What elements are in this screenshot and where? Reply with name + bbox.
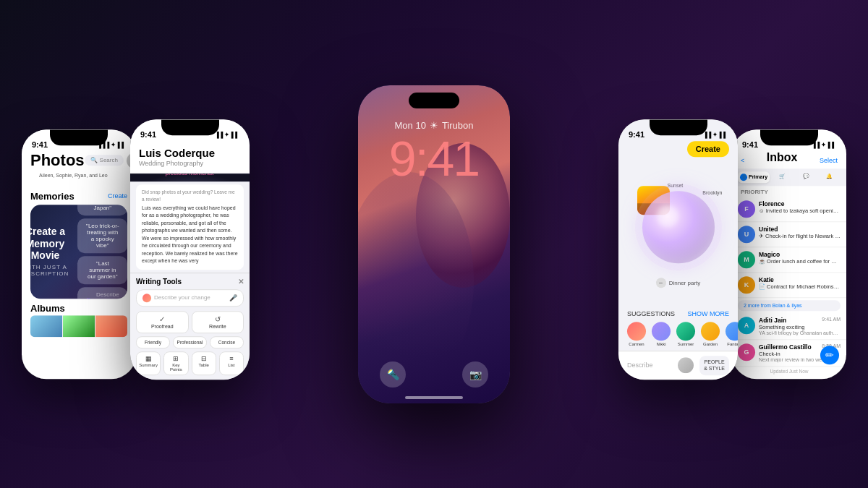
people-tags: Aileen, Sophie, Ryan, and Leo	[39, 173, 108, 178]
photos-search[interactable]: 🔍 Search	[85, 155, 124, 166]
memory-describe-input[interactable]: 🔮 Describe a Memory...	[77, 287, 127, 299]
mail-priority-label: PRIORITY	[732, 186, 846, 197]
memory-chip-2[interactable]: "Leo trick-or-treating with a spooky vib…	[77, 218, 127, 253]
mail-item-aditi[interactable]: A Aditi Jain 9:41 AM Something exciting …	[732, 313, 846, 340]
mail-avatar-katie: K	[738, 276, 755, 294]
albums-section: Albums	[22, 299, 136, 315]
avatar-nikki[interactable]: Nikki	[652, 322, 671, 347]
proofread-btn[interactable]: ✓ Proofread	[136, 311, 189, 333]
list-icon: ≡	[221, 355, 242, 362]
flashlight-btn[interactable]: 🔦	[380, 361, 406, 388]
pg-people-style-btn[interactable]: PEOPLE & STYLE	[699, 356, 729, 375]
notch-wt	[161, 119, 219, 135]
rewrite-btn[interactable]: ↺ Rewrite	[192, 311, 244, 333]
wt-mic-icon[interactable]: 🎤	[229, 294, 237, 301]
mail-screen: 9:41 ▐▐ ✦ ▌▌ < Inbox Select 👤 Primary 🛒 …	[732, 129, 846, 379]
wt-describe-input[interactable]: Describe your change 🎤	[136, 289, 244, 307]
mail-sender-florence: Florence	[759, 200, 841, 207]
wt-review-text: Did snap photos at your wedding? Leave m…	[136, 184, 244, 270]
mail-subject-aditi: Something exciting	[759, 324, 841, 330]
mail-item-united[interactable]: U United ✈ Check-in for flight to Newark…	[732, 222, 846, 247]
table-btn[interactable]: ⊟ Table	[192, 351, 216, 375]
mail-sender-magico: Magico	[759, 251, 841, 258]
mail-tab-notifications[interactable]: 🔔	[818, 171, 841, 183]
pg-image-area: Sunset Brooklyn	[631, 181, 726, 275]
memory-chip-1[interactable]: "Everything we ate in Japan"	[77, 205, 127, 216]
notch-mail	[760, 129, 818, 145]
pg-describe-row: Describe PEOPLE & STYLE	[618, 351, 738, 380]
mail-subject-florence: ☺ Invited to Izakaya soft opening by Flo…	[759, 207, 841, 214]
photos-screen: 9:41 ▐▐▐ ✦ ▌▌ Photos 🔍 Search	[22, 129, 136, 379]
show-more-btn[interactable]: SHOW MORE	[688, 311, 730, 318]
create-memories-btn[interactable]: Create	[108, 192, 127, 200]
key-points-icon: ⊞	[166, 355, 186, 362]
mail-item-florence[interactable]: F Florence ☺ Invited to Izakaya soft ope…	[732, 197, 846, 222]
memory-orb-icon: 🔮	[85, 298, 92, 299]
friendly-btn[interactable]: Friendly	[136, 336, 170, 348]
search-icon: 🔍	[90, 157, 98, 163]
pg-describe-input[interactable]: Describe	[627, 362, 672, 369]
lock-bottom-icons: 🔦 📷	[358, 361, 510, 388]
avatar-summer[interactable]: Summer	[676, 322, 695, 347]
mail-more-btn[interactable]: 2 more from Bolan & Ilyas	[738, 300, 841, 311]
summary-btn[interactable]: ▦ Summary	[136, 351, 161, 375]
summary-icon: ▦	[138, 355, 158, 362]
orb-highlight	[657, 206, 678, 228]
memories-card[interactable]: Create a Memory Movie WITH JUST A DESCRI…	[30, 205, 127, 299]
mail-sender-guillermo: Guillermo Castillo	[759, 343, 812, 351]
wt-close-btn[interactable]: ✕	[238, 278, 244, 286]
camera-icon: 📷	[469, 369, 482, 380]
wt-input-placeholder: Describe your change	[154, 294, 226, 301]
avatar-summer-img	[676, 322, 695, 341]
mail-item-katie[interactable]: K Katie 📄 Contract for Michael Robinson'…	[732, 273, 846, 298]
concise-btn[interactable]: Concise	[210, 336, 244, 348]
mail-select-btn[interactable]: Select	[820, 157, 838, 164]
album-thumbnails	[30, 315, 127, 337]
status-icons-mail: ▐▐ ✦ ▌▌	[812, 142, 836, 148]
mail-subject-magico: ☕ Order lunch and coffee for Neeta's 12 …	[759, 258, 841, 265]
primary-tab-icon: 👤	[740, 174, 747, 181]
phone-mail: 9:41 ▐▐ ✦ ▌▌ < Inbox Select 👤 Primary 🛒 …	[732, 129, 846, 379]
phone-writing-tools: 9:41 ▐▐ ✦ ▌▌ Luis Coderque Wedding Photo…	[130, 119, 250, 380]
mail-time-aditi: 9:41 AM	[822, 317, 841, 324]
wt-input-orb	[142, 294, 151, 302]
pg-suggestions: SUGGESTIONS SHOW MORE Carmen Nikki	[618, 307, 738, 351]
mail-item-magico[interactable]: M Magico ☕ Order lunch and coffee for Ne…	[732, 247, 846, 273]
key-points-btn[interactable]: ⊞ Key Points	[163, 351, 188, 375]
mail-subject-united: ✈ Check-in for flight to Newark EWR from…	[759, 233, 841, 239]
camera-btn[interactable]: 📷	[462, 361, 488, 388]
avatar-nikki-label: Nikki	[657, 343, 666, 347]
mail-content-magico: Magico ☕ Order lunch and coffee for Neet…	[759, 251, 841, 265]
avatar-fantasy[interactable]: Fantasy	[726, 322, 738, 347]
mail-content-aditi: Aditi Jain 9:41 AM Something exciting YA…	[759, 317, 841, 335]
mail-avatar-florence: F	[738, 200, 755, 218]
list-btn[interactable]: ≡ List	[219, 351, 244, 375]
tagline-line2: precious moments.	[166, 174, 215, 176]
memories-suggestions: "Everything we ate in Japan" "Leo trick-…	[69, 205, 127, 299]
status-icons-pg: ▐▐ ✦ ▌▌	[703, 132, 728, 138]
professional-btn[interactable]: Professional	[173, 336, 207, 348]
notch	[50, 129, 108, 145]
mail-compose-btn[interactable]: ✏	[820, 346, 839, 364]
avatar-carmen[interactable]: Carmen	[627, 322, 646, 347]
phone-lock-screen: Mon 10 ☀ Tirubon 9:41 🔦 📷	[358, 85, 510, 403]
status-time: 9:41	[32, 140, 48, 149]
memories-card-title: Create a Memory Movie	[30, 226, 69, 262]
memory-chip-3[interactable]: "Last summer in our garden"	[77, 256, 127, 284]
pg-minus-btn[interactable]: −	[656, 278, 666, 288]
mail-tab-shopping[interactable]: 🛒	[771, 171, 793, 183]
photos-people-row: Aileen, Sophie, Ryan, and Leo	[30, 170, 127, 181]
avatar-nikki-img	[652, 322, 671, 341]
notch-pg	[650, 119, 707, 135]
mail-tab-primary[interactable]: 👤 Primary	[738, 171, 770, 183]
avatar-garden[interactable]: Garden	[701, 322, 720, 347]
mail-header-aditi: Aditi Jain 9:41 AM	[759, 317, 841, 324]
memories-label: Memories	[30, 191, 75, 202]
rewrite-icon: ↺	[195, 315, 242, 323]
mail-content-united: United ✈ Check-in for flight to Newark E…	[759, 226, 841, 239]
avatar-garden-img	[701, 322, 720, 341]
mail-tab-messages[interactable]: 💬	[795, 171, 817, 183]
mail-back-btn[interactable]: <	[741, 157, 744, 164]
wt-tagline: Carefully capturing your precious moment…	[130, 174, 250, 178]
status-time-mail: 9:41	[742, 140, 758, 149]
